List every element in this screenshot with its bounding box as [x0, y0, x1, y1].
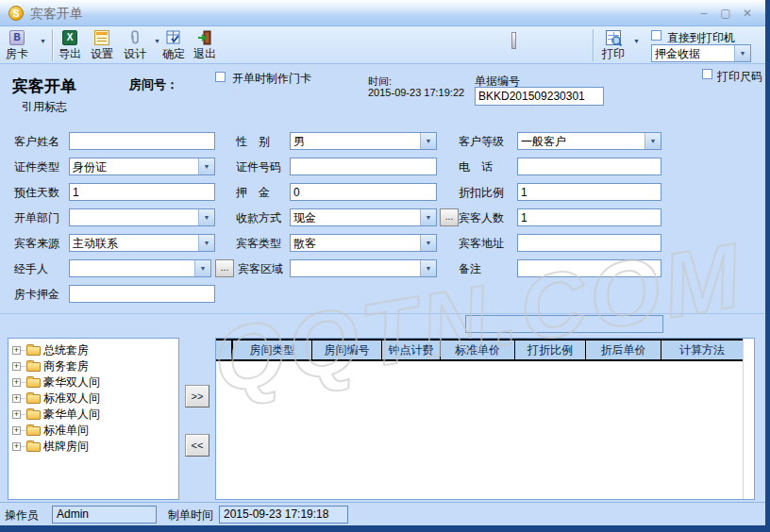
- tree-item-label[interactable]: 棋牌房间: [43, 439, 89, 455]
- column-header[interactable]: 房间类型: [233, 341, 312, 359]
- id-type-value: 身份证: [70, 158, 198, 175]
- handler-more-button[interactable]: ...: [215, 259, 234, 277]
- settings-button[interactable]: 设置: [91, 30, 113, 62]
- grid-scrollbar[interactable]: [743, 339, 754, 499]
- guest-source-select[interactable]: 主动联系 ▼: [69, 234, 215, 252]
- room-card-dropdown-icon[interactable]: ▼: [40, 38, 46, 44]
- chevron-down-icon[interactable]: ▼: [420, 133, 436, 149]
- room-no-label: 房间号：: [129, 76, 178, 93]
- ref-flag-label: 引用标志: [22, 99, 67, 115]
- guest-source-label: 宾客来源: [14, 236, 59, 252]
- payment-method-label: 收款方式: [236, 210, 281, 226]
- column-header[interactable]: 标准单价: [441, 341, 515, 359]
- column-header[interactable]: 钟点计费: [382, 341, 441, 359]
- payment-method-select[interactable]: 现金 ▼: [290, 208, 437, 226]
- chevron-down-icon[interactable]: ▼: [644, 133, 661, 149]
- doc-no-input[interactable]: [475, 87, 604, 106]
- receipt-type-value: 押金收据: [652, 45, 734, 61]
- tree-item-label[interactable]: 豪华单人间: [43, 407, 100, 423]
- phone-label: 电 话: [459, 159, 493, 175]
- receipt-type-select[interactable]: 押金收据 ▼: [651, 44, 751, 62]
- export-button[interactable]: X 导出: [59, 30, 81, 62]
- tree-item[interactable]: 总统套房: [12, 342, 89, 357]
- guest-count-input[interactable]: [517, 208, 661, 226]
- deposit-input[interactable]: [290, 183, 437, 201]
- column-header[interactable]: 房间编号: [312, 341, 382, 359]
- card-deposit-input[interactable]: [69, 285, 215, 303]
- expand-icon[interactable]: [12, 410, 21, 419]
- print-dropdown-icon[interactable]: ▼: [633, 38, 640, 44]
- folder-icon: [26, 410, 41, 420]
- folder-icon: [26, 378, 41, 388]
- tree-item[interactable]: 豪华双人间: [12, 374, 100, 390]
- phone-input[interactable]: [517, 158, 661, 175]
- tree-item-label[interactable]: 豪华双人间: [43, 374, 100, 391]
- print-size-checkbox[interactable]: [702, 69, 712, 79]
- expand-icon[interactable]: [12, 378, 21, 387]
- customer-name-input[interactable]: [69, 132, 215, 150]
- design-dropdown-icon[interactable]: ▼: [154, 38, 160, 44]
- print-button[interactable]: 打印: [602, 30, 625, 62]
- section-divider: [0, 313, 764, 314]
- chevron-down-icon[interactable]: ▼: [420, 209, 436, 225]
- remark-input[interactable]: [517, 259, 661, 277]
- room-card-button[interactable]: B 房卡: [6, 30, 28, 62]
- exit-button[interactable]: 退出: [193, 30, 216, 62]
- expand-icon[interactable]: [12, 362, 21, 371]
- payment-method-more-button[interactable]: ...: [440, 208, 459, 226]
- gender-select[interactable]: 男 ▼: [290, 132, 437, 150]
- close-button[interactable]: ✕: [739, 8, 756, 21]
- discount-ratio-label: 折扣比例: [459, 185, 504, 201]
- expand-icon[interactable]: [12, 346, 21, 355]
- confirm-button[interactable]: 确定: [162, 30, 185, 62]
- billing-dept-select[interactable]: ▼: [69, 208, 215, 226]
- door-card-checkbox[interactable]: [215, 72, 226, 82]
- tree-item[interactable]: 商务套房: [12, 358, 89, 374]
- tree-item-label[interactable]: 总统套房: [43, 342, 89, 358]
- id-type-select[interactable]: 身份证 ▼: [69, 158, 215, 175]
- toolbar-grip[interactable]: [511, 32, 516, 49]
- tree-item-label[interactable]: 标准双人间: [43, 391, 100, 407]
- guest-area-select[interactable]: ▼: [290, 259, 437, 277]
- chevron-down-icon[interactable]: ▼: [734, 45, 750, 61]
- tree-item[interactable]: 标准双人间: [12, 391, 100, 406]
- tree-item[interactable]: 标准单间: [12, 423, 89, 438]
- column-header[interactable]: 计算方法: [661, 341, 744, 359]
- tree-item-label[interactable]: 标准单间: [43, 423, 89, 439]
- direct-to-printer-checkbox[interactable]: [651, 30, 661, 41]
- add-rooms-button[interactable]: >>: [185, 385, 209, 407]
- chevron-down-icon[interactable]: ▼: [420, 235, 436, 251]
- doc-time-value: 2015-09-23 17:19:18: [219, 506, 348, 524]
- minimize-button[interactable]: –: [695, 8, 712, 21]
- gender-label: 性 别: [236, 134, 270, 150]
- expand-icon[interactable]: [12, 442, 21, 451]
- row-indicator-header: [216, 341, 233, 359]
- chevron-down-icon[interactable]: ▼: [420, 260, 436, 276]
- tree-item[interactable]: 豪华单人间: [12, 407, 100, 422]
- customer-level-select[interactable]: 一般客户 ▼: [517, 132, 661, 150]
- remove-rooms-button[interactable]: <<: [185, 434, 209, 457]
- expand-icon[interactable]: [12, 426, 21, 435]
- guest-type-select[interactable]: 散客 ▼: [290, 234, 437, 252]
- expand-icon[interactable]: [12, 394, 21, 403]
- chevron-down-icon[interactable]: ▼: [194, 260, 210, 276]
- column-header[interactable]: 打折比例: [515, 341, 586, 359]
- tree-item-label[interactable]: 商务套房: [43, 358, 89, 374]
- chevron-down-icon[interactable]: ▼: [198, 209, 214, 225]
- app-icon: S: [8, 6, 24, 21]
- chevron-down-icon[interactable]: ▼: [198, 235, 214, 251]
- stay-days-input[interactable]: [69, 183, 215, 201]
- column-header[interactable]: 折后单价: [586, 341, 661, 359]
- guest-source-value: 主动联系: [70, 235, 198, 251]
- handler-select[interactable]: ▼: [69, 259, 211, 277]
- paperclip-icon: [127, 30, 142, 45]
- design-button[interactable]: 设计: [124, 30, 146, 62]
- discount-ratio-input[interactable]: [517, 183, 661, 201]
- maximize-button[interactable]: ▢: [717, 8, 734, 21]
- tree-item[interactable]: 棋牌房间: [12, 439, 89, 454]
- id-number-input[interactable]: [290, 158, 437, 175]
- room-type-tree[interactable]: 总统套房 商务套房 豪华双人间 标准双人间 豪华单人间 标准单间: [8, 338, 179, 500]
- guest-address-input[interactable]: [517, 234, 661, 252]
- chevron-down-icon[interactable]: ▼: [198, 158, 214, 175]
- confirm-icon: [166, 30, 181, 45]
